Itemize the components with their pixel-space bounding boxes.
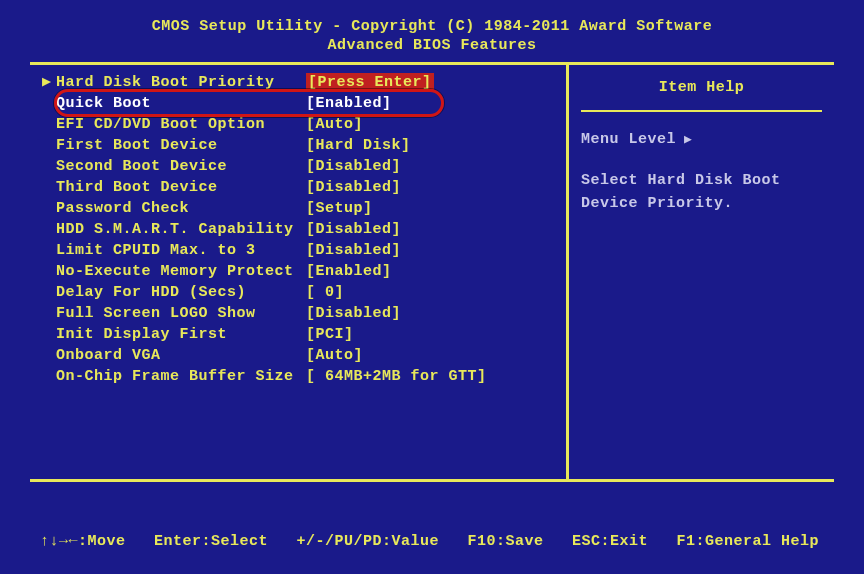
menu-item-label: Third Boot Device bbox=[56, 178, 306, 197]
menu-item-2[interactable]: EFI CD/DVD Boot Option[Auto] bbox=[42, 115, 558, 134]
menu-item-13[interactable]: Onboard VGA[Auto] bbox=[42, 346, 558, 365]
menu-item-value: [ 64MB+2MB for GTT] bbox=[306, 367, 487, 386]
menu-item-value: [Disabled] bbox=[306, 178, 401, 197]
header-subtitle: Advanced BIOS Features bbox=[30, 37, 834, 54]
menu-level-label: Menu Level bbox=[581, 130, 676, 149]
help-desc-2: Device Priority. bbox=[581, 194, 822, 213]
menu-item-value: [Disabled] bbox=[306, 220, 401, 239]
settings-panel: ▶Hard Disk Boot Priority[Press Enter] Qu… bbox=[30, 65, 569, 479]
menu-item-label: No-Execute Memory Protect bbox=[56, 262, 306, 281]
menu-item-label: Delay For HDD (Secs) bbox=[56, 283, 306, 302]
menu-item-3[interactable]: First Boot Device[Hard Disk] bbox=[42, 136, 558, 155]
menu-item-5[interactable]: Third Boot Device[Disabled] bbox=[42, 178, 558, 197]
menu-item-4[interactable]: Second Boot Device[Disabled] bbox=[42, 157, 558, 176]
menu-item-value: [PCI] bbox=[306, 325, 354, 344]
menu-item-value: [Enabled] bbox=[306, 262, 392, 281]
menu-item-value: [ 0] bbox=[306, 283, 344, 302]
menu-item-12[interactable]: Init Display First[PCI] bbox=[42, 325, 558, 344]
menu-item-label: HDD S.M.A.R.T. Capability bbox=[56, 220, 306, 239]
menu-item-value: [Press Enter] bbox=[306, 73, 434, 92]
menu-item-label: Full Screen LOGO Show bbox=[56, 304, 306, 323]
menu-item-10[interactable]: Delay For HDD (Secs)[ 0] bbox=[42, 283, 558, 302]
menu-item-11[interactable]: Full Screen LOGO Show[Disabled] bbox=[42, 304, 558, 323]
footer-line-1: ↑↓→←:Move Enter:Select +/-/PU/PD:Value F… bbox=[40, 532, 834, 552]
menu-item-value: [Hard Disk] bbox=[306, 136, 411, 155]
help-panel: Item Help Menu Level ▶ Select Hard Disk … bbox=[569, 65, 834, 479]
help-title: Item Help bbox=[581, 73, 822, 112]
menu-item-label: First Boot Device bbox=[56, 136, 306, 155]
menu-item-label: Password Check bbox=[56, 199, 306, 218]
menu-item-1[interactable]: Quick Boot[Enabled] bbox=[42, 94, 558, 113]
menu-item-value: [Disabled] bbox=[306, 241, 401, 260]
menu-item-value: [Enabled] bbox=[306, 94, 392, 113]
menu-item-label: Onboard VGA bbox=[56, 346, 306, 365]
menu-item-9[interactable]: No-Execute Memory Protect[Enabled] bbox=[42, 262, 558, 281]
menu-item-value: [Auto] bbox=[306, 115, 363, 134]
menu-item-label: Second Boot Device bbox=[56, 157, 306, 176]
header-title: CMOS Setup Utility - Copyright (C) 1984-… bbox=[30, 18, 834, 35]
menu-item-label: Quick Boot bbox=[56, 94, 306, 113]
panels: ▶Hard Disk Boot Priority[Press Enter] Qu… bbox=[30, 62, 834, 482]
menu-item-8[interactable]: Limit CPUID Max. to 3[Disabled] bbox=[42, 241, 558, 260]
pointer-icon: ▶ bbox=[42, 73, 56, 92]
menu-level: Menu Level ▶ bbox=[581, 130, 822, 149]
footer-hints: ↑↓→←:Move Enter:Select +/-/PU/PD:Value F… bbox=[30, 492, 834, 574]
menu-item-label: On-Chip Frame Buffer Size bbox=[56, 367, 306, 386]
menu-item-14[interactable]: On-Chip Frame Buffer Size[ 64MB+2MB for … bbox=[42, 367, 558, 386]
menu-item-label: Limit CPUID Max. to 3 bbox=[56, 241, 306, 260]
header: CMOS Setup Utility - Copyright (C) 1984-… bbox=[30, 18, 834, 54]
menu-item-7[interactable]: HDD S.M.A.R.T. Capability[Disabled] bbox=[42, 220, 558, 239]
bios-screen: CMOS Setup Utility - Copyright (C) 1984-… bbox=[0, 0, 864, 574]
menu-item-value: [Setup] bbox=[306, 199, 373, 218]
menu-item-value: [Auto] bbox=[306, 346, 363, 365]
menu-item-label: EFI CD/DVD Boot Option bbox=[56, 115, 306, 134]
menu-item-label: Init Display First bbox=[56, 325, 306, 344]
menu-item-label: Hard Disk Boot Priority bbox=[56, 73, 306, 92]
menu-item-0[interactable]: ▶Hard Disk Boot Priority[Press Enter] bbox=[42, 73, 558, 92]
menu-item-value: [Disabled] bbox=[306, 157, 401, 176]
chevron-right-icon: ▶ bbox=[684, 130, 692, 149]
menu-item-value: [Disabled] bbox=[306, 304, 401, 323]
help-desc-1: Select Hard Disk Boot bbox=[581, 171, 822, 190]
menu-item-6[interactable]: Password Check[Setup] bbox=[42, 199, 558, 218]
